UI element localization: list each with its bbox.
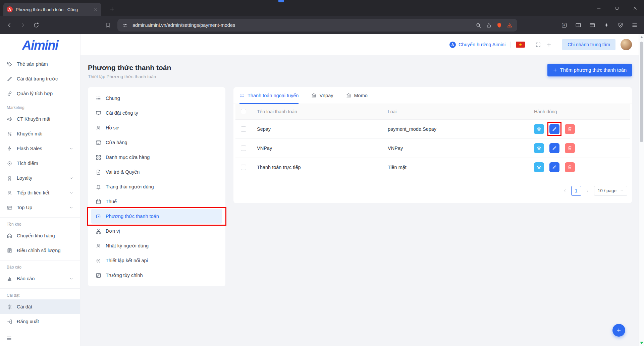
sidebar-item-logout[interactable]: Đăng xuất [0,314,80,329]
share-icon[interactable] [486,22,492,28]
address-bar[interactable]: admin.aimini.vn/admin/settings/payment-m… [117,19,517,32]
next-page-icon[interactable] [585,188,590,193]
settings-item-profile[interactable]: Hồ sơ [91,120,222,135]
row-checkbox[interactable] [241,126,246,132]
browser-menu-icon[interactable] [629,19,641,31]
add-icon[interactable] [546,42,552,48]
sidebar-item-label: CT Khuyến mãi [17,116,50,122]
settings-item-store-category[interactable]: Danh mục cửa hàng [91,150,222,165]
settings-item-store[interactable]: Cửa hàng [91,135,222,150]
row-checkbox[interactable] [241,146,246,151]
vpn-shield-icon[interactable] [614,19,627,31]
current-page[interactable]: 1 [571,186,581,196]
bookmark-icon[interactable] [102,19,114,31]
scroll-up-arrow-icon[interactable] [640,36,643,38]
delete-button[interactable] [565,162,575,172]
sidebar-item-previous-page-settings[interactable]: Cài đặt trang trước [0,71,80,86]
aimini-logo[interactable]: Aimini [0,38,80,53]
edit-button[interactable] [549,124,559,134]
sidebar-item-points[interactable]: Tích điểm [0,156,80,171]
settings-item-general[interactable]: Chung [91,91,222,106]
brave-shields-icon[interactable] [496,22,502,28]
sidebar-item-label: Thẻ sản phẩm [17,61,48,67]
zoom-icon[interactable] [476,22,481,28]
bank-icon [311,93,316,98]
sidebar-item-integrations[interactable]: Quản lý tích hợp [0,86,80,101]
settings-item-payment-methods[interactable]: Phương thức thanh toán [91,209,222,224]
view-button[interactable] [534,124,544,134]
sidebar-item-reports[interactable]: Báo cáo [0,271,80,286]
t ab-vnpay[interactable]: Vnpay [311,87,333,104]
signal-icon [96,258,101,264]
table-row: Sepay payment_mode.Sepay [235,119,630,138]
settings-item-api-connection[interactable]: Thiết lập kết nối api [91,253,222,268]
minimize-button[interactable] [590,0,608,16]
browser-tab[interactable]: A Phương thức thanh toán - Công [3,3,101,16]
view-button[interactable] [534,143,544,153]
tab-offline-payment[interactable]: Thanh toán ngoại tuyến [239,87,299,104]
delete-button[interactable] [565,124,575,134]
page-size-select[interactable]: 10 / page [594,186,627,196]
tab-close-icon[interactable] [94,7,98,12]
settings-item-units[interactable]: Đơn vị [91,224,222,238]
wallet-icon[interactable] [586,19,598,31]
sidebar-item-flash-sales[interactable]: Flash Sales [0,141,80,156]
scroll-down-arrow-icon[interactable] [640,342,643,344]
view-button[interactable] [534,162,544,172]
settings-item-label: Thiết lập kết nối api [106,258,148,263]
pen-icon [7,76,12,82]
page-scrollbar[interactable] [639,34,644,346]
settings-item-roles-permissions[interactable]: Vai trò & Quyền [91,165,222,179]
sidebar-footer [0,330,80,346]
sitemap-icon [96,228,101,234]
settings-item-user-logs[interactable]: Nhật ký người dùng [91,238,222,253]
add-payment-method-button[interactable]: Thêm phương thức thanh toán [547,64,632,76]
sidebar-item-product-tags[interactable]: Thẻ sản phẩm [0,57,80,71]
delete-button[interactable] [565,143,575,153]
user-avatar[interactable] [621,39,632,50]
fullscreen-icon[interactable] [535,42,541,48]
sidebar-item-settings[interactable]: Cài đặt [0,299,80,314]
payment-modes-card: Thanh toán ngoại tuyến Vnpay Momo [233,87,632,203]
language-flag-icon[interactable] [516,42,525,48]
sidebar-item-promo-program[interactable]: CT Khuyến mãi [0,112,80,126]
sidebar-item-promotions[interactable]: Khuyến mãi [0,126,80,141]
chevron-down-icon [69,191,73,195]
reload-button[interactable] [30,19,42,31]
forward-button[interactable] [17,19,29,31]
row-checkbox[interactable] [241,165,246,170]
branch-button[interactable]: Chi nhánh trung tâm [562,39,615,50]
sidebar-item-stock-transfer[interactable]: Chuyển kho hàng [0,228,80,243]
url-text[interactable]: admin.aimini.vn/admin/settings/payment-m… [132,22,471,28]
settings-item-custom-fields[interactable]: Trường tùy chỉnh [91,268,222,283]
edit-button[interactable] [549,143,559,153]
site-settings-icon[interactable] [122,22,128,28]
leo-ai-icon[interactable] [600,19,612,31]
back-button[interactable] [3,19,15,31]
new-tab-button[interactable] [107,4,117,14]
maximize-button[interactable] [608,0,626,16]
sidebar-item-loyalty[interactable]: Loyalty [0,171,80,185]
payment-table: Tên loại thanh toán Loại Hành động Sepay… [235,104,630,177]
sidebar-item-affiliate[interactable]: Tiếp thị liên kết [0,185,80,200]
chevron-down-icon [69,277,73,281]
sidebar-item-top-up[interactable]: Top Up [0,200,80,215]
edit-button[interactable] [549,162,559,172]
brave-rewards-icon[interactable] [507,22,513,28]
tab-momo[interactable]: Momo [346,87,368,104]
collapse-menu-icon[interactable] [6,335,12,341]
floating-add-button[interactable] [612,324,625,337]
extension-icon[interactable] [558,19,570,31]
sidebar-toggle-icon[interactable] [572,19,584,31]
prev-page-icon[interactable] [562,188,567,193]
settings-item-user-status[interactable]: Trạng thái người dùng [91,179,222,194]
redirect-link[interactable]: A Chuyển hướng Aimini [449,42,505,48]
scrollbar-thumb[interactable] [640,42,643,142]
sidebar-item-quantity-adjustment[interactable]: Điều chỉnh số lượng [0,243,80,258]
chevron-down-icon [69,176,73,180]
sidebar-item-label: Tiếp thị liên kết [17,190,49,195]
settings-item-company[interactable]: Cài đặt công ty [91,106,222,120]
select-all-checkbox[interactable] [241,109,246,114]
close-button[interactable] [626,0,644,16]
settings-item-tax[interactable]: Thuế [91,194,222,209]
